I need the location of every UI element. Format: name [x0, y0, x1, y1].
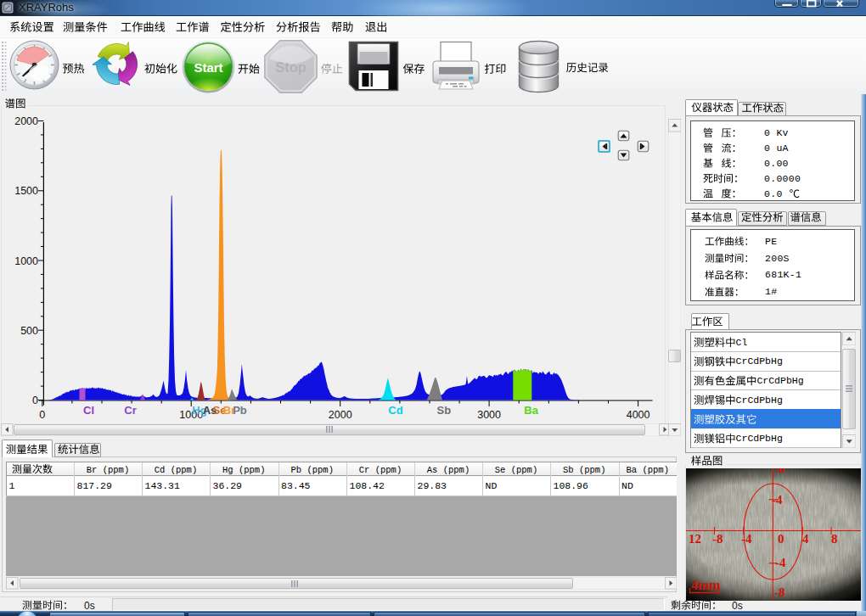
svg-text:-4: -4: [741, 532, 752, 546]
svg-text:Pb: Pb: [233, 404, 247, 417]
svg-text:500: 500: [20, 325, 38, 337]
svg-text:4mm: 4mm: [691, 578, 721, 592]
svg-text:0: 0: [39, 409, 45, 421]
svg-text:4: 4: [802, 532, 809, 546]
svg-text:1000: 1000: [14, 255, 38, 267]
svg-text:Cd: Cd: [388, 404, 402, 417]
svg-text:Ba: Ba: [524, 404, 538, 417]
svg-text:-4: -4: [775, 556, 786, 569]
svg-text:3000: 3000: [477, 409, 501, 421]
svg-text:Stop: Stop: [275, 59, 306, 74]
svg-text:4000: 4000: [627, 409, 650, 421]
svg-text:Cr: Cr: [124, 404, 136, 417]
svg-text:2000: 2000: [329, 409, 352, 421]
svg-text:Sb: Sb: [436, 404, 451, 417]
svg-text:Start: Start: [194, 59, 222, 74]
svg-text:-8: -8: [774, 585, 785, 599]
svg-text:Cl: Cl: [83, 404, 94, 417]
svg-text:0: 0: [32, 395, 38, 406]
svg-text:-8: -8: [712, 532, 723, 546]
svg-text:12: 12: [689, 532, 701, 546]
svg-text:0: 0: [778, 532, 784, 546]
svg-text:-8: -8: [774, 468, 785, 475]
svg-text:-4: -4: [772, 493, 783, 507]
svg-text:1500: 1500: [14, 185, 38, 197]
svg-text:8: 8: [831, 532, 838, 546]
svg-text:2000: 2000: [14, 115, 38, 127]
